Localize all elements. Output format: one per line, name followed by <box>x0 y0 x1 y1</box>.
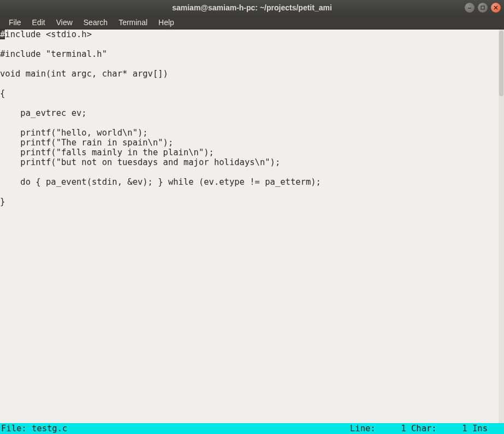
code-line: #include "terminal.h" <box>0 49 504 59</box>
window-title: samiam@samiam-h-pc: ~/projects/petit_ami <box>172 3 332 12</box>
status-file-label: File: <box>1 424 32 433</box>
menu-terminal[interactable]: Terminal <box>113 16 153 28</box>
close-icon[interactable] <box>491 3 501 13</box>
scrollbar[interactable] <box>499 30 504 423</box>
menu-help[interactable]: Help <box>153 16 180 28</box>
code-line <box>0 118 504 128</box>
menu-view[interactable]: View <box>51 16 78 28</box>
window-controls <box>465 3 501 13</box>
code-line <box>0 39 504 49</box>
status-file-name: testg.c <box>32 424 67 433</box>
maximize-icon[interactable] <box>478 3 488 13</box>
text-cursor: # <box>0 30 5 39</box>
code-line <box>0 79 504 89</box>
code-line <box>0 187 504 197</box>
menu-file[interactable]: File <box>3 16 27 28</box>
minimize-icon[interactable] <box>465 3 475 13</box>
code-buffer[interactable]: #include <stdio.h> #include "terminal.h"… <box>0 30 504 207</box>
code-line: void main(int argc, char* argv[]) <box>0 69 504 79</box>
code-line: } <box>0 197 504 207</box>
svg-rect-1 <box>481 6 484 9</box>
code-line <box>0 59 504 69</box>
status-file: File: testg.c <box>1 424 67 433</box>
menu-edit[interactable]: Edit <box>27 16 51 28</box>
status-position: Line: 1 Char: 1 Ins <box>350 424 503 433</box>
code-line: #include <stdio.h> <box>0 30 504 39</box>
code-line: do { pa_event(stdin, &ev); } while (ev.e… <box>0 177 504 187</box>
code-line <box>0 98 504 108</box>
menubar: File Edit View Search Terminal Help <box>0 15 504 30</box>
code-line: printf("but not on tuesdays and major ho… <box>0 157 504 167</box>
statusbar: File: testg.c Line: 1 Char: 1 Ins <box>0 423 504 434</box>
scrollbar-thumb[interactable] <box>499 31 503 96</box>
terminal-area[interactable]: #include <stdio.h> #include "terminal.h"… <box>0 30 504 423</box>
menu-search[interactable]: Search <box>78 16 113 28</box>
code-line: printf("The rain in spain\n"); <box>0 138 504 148</box>
code-line: pa_evtrec ev; <box>0 108 504 118</box>
code-line: { <box>0 89 504 98</box>
code-line: printf("falls mainly in the plain\n"); <box>0 148 504 157</box>
window-titlebar: samiam@samiam-h-pc: ~/projects/petit_ami <box>0 0 504 15</box>
code-line <box>0 167 504 177</box>
code-line: printf("hello, world\n"); <box>0 128 504 138</box>
